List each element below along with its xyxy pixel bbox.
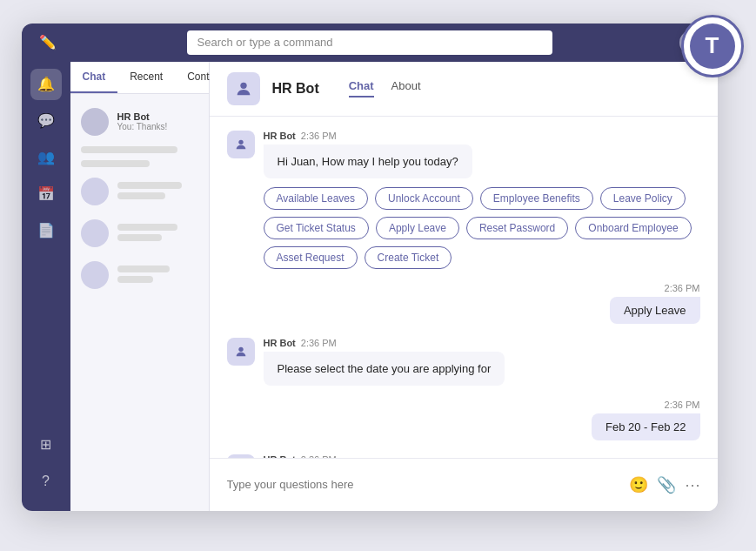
sidebar-item-teams[interactable]: 👥	[30, 142, 62, 173]
sender-name-2: HR Bot	[264, 338, 296, 348]
chat-input-area: 🙂 📎 ⋯	[210, 458, 718, 511]
nav-item-name: HR Bot	[117, 111, 198, 122]
placeholder-line	[81, 146, 177, 153]
user-message-2: 2:36 PM Feb 20 - Feb 22	[227, 400, 700, 440]
quick-replies: Available Leaves Unlock Account Employee…	[264, 187, 700, 269]
chat-area: HR Bot Chat About	[210, 62, 718, 511]
chat-header: HR Bot Chat About	[210, 62, 718, 117]
sidebar-item-help[interactable]: ?	[30, 466, 62, 497]
avatar	[81, 219, 109, 247]
chat-input-icons: 🙂 📎 ⋯	[629, 475, 700, 494]
title-bar: ✏️ Search or type a command	[22, 24, 718, 62]
quick-reply-available-leaves[interactable]: Available Leaves	[264, 187, 369, 210]
placeholder-line	[81, 160, 151, 167]
nav-tabs: Chat Recent Contacts	[70, 62, 209, 94]
tab-about[interactable]: About	[391, 79, 421, 97]
svg-point-0	[240, 82, 246, 88]
quick-reply-get-ticket-status[interactable]: Get Ticket Status	[264, 217, 369, 239]
bot-message-2-container: HR Bot2:36 PM Please select the date you…	[264, 338, 700, 386]
nav-list: HR Bot You: Thanks!	[70, 94, 209, 303]
quick-reply-leave-policy[interactable]: Leave Policy	[600, 187, 686, 210]
user-message-1: 2:36 PM Apply Leave	[227, 283, 700, 324]
bot-bubble: Hi Juan, How may I help you today?	[264, 144, 472, 178]
nav-panel: Chat Recent Contacts HR Bot You: Thanks!	[70, 62, 210, 511]
emoji-icon[interactable]: 🙂	[629, 475, 648, 494]
sidebar-item-chat[interactable]: 💬	[30, 105, 62, 137]
bot-meta-2: HR Bot2:36 PM	[264, 338, 700, 348]
quick-reply-unlock-account[interactable]: Unlock Account	[375, 187, 473, 210]
bot-bubble-2: Please select the date you are applying …	[264, 352, 505, 386]
quick-reply-employee-benefits[interactable]: Employee Benefits	[480, 187, 593, 210]
messages-area: HR Bot2:36 PM Hi Juan, How may I help yo…	[210, 117, 718, 458]
avatar	[81, 261, 109, 289]
quick-reply-create-ticket[interactable]: Create Ticket	[365, 246, 452, 269]
app-window: ✏️ Search or type a command 🔔 💬 👥 📅 📄 ⊞ …	[22, 24, 718, 511]
chat-header-tabs: Chat About	[349, 79, 421, 97]
content-area: 🔔 💬 👥 📅 📄 ⊞ ? Chat Recent Contacts	[22, 62, 718, 511]
bot-avatar-small	[227, 131, 255, 158]
quick-reply-onboard-employee[interactable]: Onboard Employee	[575, 217, 691, 239]
avatar	[81, 108, 109, 136]
bot-meta: HR Bot2:36 PM	[264, 131, 700, 141]
sidebar-item-activity[interactable]: 🔔	[30, 69, 62, 100]
avatar	[81, 178, 109, 205]
bot-message-1: HR Bot2:36 PM Hi Juan, How may I help yo…	[264, 131, 700, 269]
tab-chat[interactable]: Chat	[70, 62, 118, 93]
search-placeholder: Search or type a command	[197, 36, 333, 49]
more-options-icon[interactable]: ⋯	[685, 475, 700, 494]
sidebar-item-calendar[interactable]: 📅	[30, 178, 62, 210]
sidebar: 🔔 💬 👥 📅 📄 ⊞ ?	[22, 62, 70, 511]
user-meta-2: 2:36 PM	[665, 400, 700, 410]
user-bubble: Apply Leave	[610, 297, 700, 324]
compose-icon[interactable]: ✏️	[36, 30, 60, 55]
search-bar[interactable]: Search or type a command	[187, 30, 552, 55]
list-item[interactable]: HR Bot You: Thanks!	[70, 101, 209, 143]
user-bubble-2: Feb 20 - Feb 22	[592, 413, 700, 440]
bot-message-group-2: HR Bot2:36 PM Please select the date you…	[227, 338, 700, 386]
quick-reply-reset-password[interactable]: Reset Password	[466, 217, 568, 239]
quick-reply-asset-request[interactable]: Asset Request	[264, 246, 358, 269]
svg-point-1	[238, 139, 243, 144]
attach-icon[interactable]: 📎	[657, 475, 676, 494]
nav-item-preview: You: Thanks!	[117, 122, 198, 131]
tab-chat-main[interactable]: Chat	[349, 79, 374, 97]
bot-avatar-small-2	[227, 338, 255, 366]
bot-avatar	[227, 72, 260, 105]
user-meta: 2:36 PM	[665, 283, 700, 293]
teams-t-letter: T	[706, 32, 719, 59]
sender-name: HR Bot	[264, 131, 296, 141]
quick-reply-apply-leave[interactable]: Apply Leave	[376, 217, 459, 239]
sidebar-item-files[interactable]: 📄	[30, 215, 62, 246]
tab-recent[interactable]: Recent	[117, 62, 175, 93]
teams-logo: T	[681, 15, 744, 77]
svg-point-2	[238, 346, 243, 351]
sidebar-item-apps[interactable]: ⊞	[30, 429, 62, 460]
chat-input[interactable]	[227, 469, 620, 501]
bot-name: HR Bot	[272, 81, 319, 97]
bot-message-group: HR Bot2:36 PM Hi Juan, How may I help yo…	[227, 131, 700, 269]
